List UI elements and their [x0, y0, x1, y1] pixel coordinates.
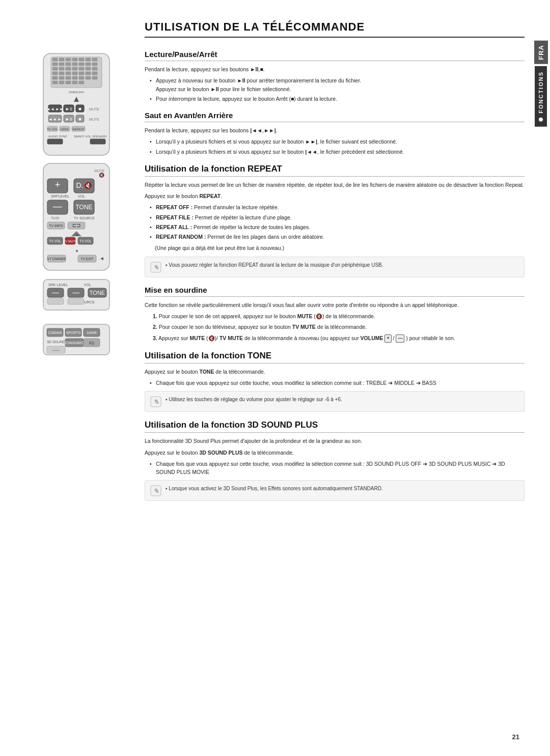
- sourdine-intro: Cette fonction se révèle particulièremen…: [145, 301, 525, 309]
- repeat-note-text: ▪ Vous pouvez régler la fonction REPEAT …: [166, 261, 383, 269]
- svg-text:►II: ►II: [65, 117, 72, 122]
- svg-rect-33: [72, 76, 77, 79]
- left-column: SAMSUNG |◄◄ ►►| ►II ■ MUTE |◄◄ ►| ►II: [20, 20, 132, 736]
- svg-text:►II: ►II: [65, 106, 72, 111]
- svg-text:AUDIO SYNC: AUDIO SYNC: [48, 135, 68, 138]
- svg-text:TV VOL: TV VOL: [47, 128, 58, 131]
- section-repeat-heading: Utilisation de la fonction REPEAT: [145, 164, 525, 177]
- repeat-bullet-2: REPEAT FILE : Permet de répéter la lectu…: [150, 213, 525, 221]
- svg-text:VOL: VOL: [84, 283, 91, 287]
- svg-rect-34: [79, 76, 84, 79]
- svg-text:SRPLEVEL: SRPLEVEL: [51, 194, 69, 198]
- svg-text:⊏⊐: ⊏⊐: [72, 222, 80, 228]
- svg-text:+: +: [55, 180, 61, 190]
- lecture-bullets: Appuyez à nouveau sur le bouton ►II pour…: [145, 76, 525, 103]
- saut-intro: Pendant la lecture, appuyez sur les bout…: [145, 126, 525, 134]
- svg-rect-22: [92, 67, 97, 70]
- svg-rect-112: [47, 298, 64, 304]
- sourdine-step-3: 3. Appuyez sur MUTE (🔇)/ TV MUTE de la t…: [145, 334, 525, 343]
- svg-rect-19: [72, 67, 77, 70]
- svg-rect-113: [68, 298, 84, 304]
- svg-rect-36: [92, 76, 97, 79]
- svg-rect-10: [59, 63, 64, 66]
- 3d-bullet-1: Chaque fois que vous appuyez sur cette t…: [150, 460, 525, 477]
- svg-text:MUTE: MUTE: [94, 169, 104, 173]
- sourdine-step-2: 2. Pour couper le son du téléviseur, app…: [145, 323, 525, 331]
- tone-bullets: Chaque fois que vous appuyez sur cette t…: [145, 379, 525, 387]
- svg-text:TV EXIT: TV EXIT: [81, 257, 94, 261]
- svg-rect-14: [86, 63, 91, 66]
- svg-text:VT DIMMER: VT DIMMER: [47, 257, 66, 261]
- svg-text:SMART VOL SPEAKER: SMART VOL SPEAKER: [74, 135, 107, 138]
- saut-bullet-2: Lorsqu'il y a plusieurs fichiers et si v…: [150, 148, 525, 156]
- tone-bullet-1: Chaque fois que vous appuyez sur cette t…: [150, 379, 525, 387]
- svg-text:—: —: [72, 288, 79, 296]
- fonctions-tab: FONCTIONS: [535, 66, 547, 127]
- svg-text:TV VOL: TV VOL: [49, 239, 61, 243]
- 3d-action: Appuyez sur le bouton 3D SOUND PLUS de l…: [145, 449, 525, 457]
- remote-illustration-3: SRK LEVEL VOL — — TONE TV/O TV SOURCE: [33, 281, 120, 313]
- saut-bullets: Lorsqu'il y a plusieurs fichiers et si v…: [145, 137, 525, 156]
- svg-rect-40: [72, 81, 77, 84]
- svg-text:✎: ✎: [153, 264, 159, 271]
- svg-rect-4: [66, 58, 71, 61]
- svg-text:—: —: [53, 201, 62, 211]
- note-icon-2: ✎: [150, 396, 161, 407]
- page-title: UTILISATION DE LA TÉLÉCOMMANDE: [145, 20, 525, 34]
- repeat-bullet-4: REPEAT RANDOM : Permet de lire les plage…: [150, 233, 525, 241]
- page-container: SAMSUNG |◄◄ ►►| ►II ■ MUTE |◄◄ ►| ►II: [0, 0, 550, 756]
- svg-text:TONE: TONE: [90, 290, 105, 296]
- svg-rect-37: [52, 81, 58, 84]
- svg-rect-20: [79, 67, 84, 70]
- svg-text:■: ■: [78, 106, 81, 111]
- svg-rect-24: [59, 72, 64, 75]
- 3d-bullets: Chaque fois que vous appuyez sur cette t…: [145, 460, 525, 477]
- tone-action: Appuyez sur le bouton TONE de la télécom…: [145, 368, 525, 376]
- section-3d-heading: Utilisation de la fonction 3D SOUND PLUS: [145, 420, 525, 433]
- svg-rect-32: [66, 76, 71, 79]
- svg-rect-26: [72, 72, 77, 75]
- svg-text:|◄◄ ►|: |◄◄ ►|: [47, 117, 63, 122]
- main-content: SAMSUNG |◄◄ ►►| ►II ■ MUTE |◄◄ ►| ►II: [20, 20, 550, 736]
- svg-rect-11: [66, 63, 71, 66]
- 3d-intro: La fonctionnalité 3D Sound Plus permet d…: [145, 437, 525, 445]
- svg-text:—: —: [52, 288, 59, 296]
- section-sourdine-heading: Mise en sourdine: [145, 286, 525, 297]
- svg-rect-27: [79, 72, 84, 75]
- svg-text:D.🔇: D.🔇: [76, 181, 93, 190]
- fonctions-dot: [539, 118, 543, 122]
- svg-rect-16: [52, 67, 58, 70]
- 3d-note-box: ✎ ▪ Lorsque vous activez le 3D Sound Plu…: [145, 480, 525, 501]
- svg-rect-23: [52, 72, 58, 75]
- svg-text:TV VOL: TV VOL: [79, 239, 92, 243]
- svg-rect-3: [59, 58, 64, 61]
- svg-rect-67: [90, 139, 105, 144]
- svg-rect-29: [92, 72, 97, 75]
- repeat-note-box: ✎ ▪ Vous pouvez régler la fonction REPEA…: [145, 257, 525, 277]
- remote-illustration-2: MUTE 🔇 + D.🔇 SRPLEVEL VOL — T: [33, 166, 120, 273]
- repeat-bullet-1: REPEAT OFF : Permet d'annuler la lecture…: [150, 203, 525, 211]
- repeat-action: Appuyez sur le bouton REPEAT.: [145, 192, 525, 200]
- sourdine-step-1: 1. Pour couper le son de cet appareil, a…: [145, 312, 525, 320]
- svg-rect-41: [79, 81, 84, 84]
- section-repeat: Utilisation de la fonction REPEAT Répéte…: [145, 164, 525, 277]
- svg-text:DIR/E: DIR/E: [61, 128, 69, 131]
- svg-rect-35: [86, 76, 91, 79]
- svg-text:EQ: EQ: [89, 341, 95, 345]
- sourdine-steps: 1. Pour couper le son de cet appareil, a…: [145, 312, 525, 343]
- svg-text:VOL: VOL: [78, 194, 85, 198]
- section-lecture-heading: Lecture/Pause/Arrêt: [145, 50, 525, 61]
- svg-text:▼: ▼: [75, 249, 79, 254]
- tone-note-box: ✎ ▪ Utilisez les touches de réglage du v…: [145, 391, 525, 412]
- svg-text:——: ——: [52, 348, 60, 352]
- svg-text:GAME: GAME: [87, 331, 97, 334]
- fra-tab: FRA: [534, 41, 548, 64]
- lecture-bullet-2: Pour interrompre la lecture, appuyez sur…: [150, 95, 525, 103]
- svg-text:CINEMA: CINEMA: [48, 331, 62, 334]
- svg-rect-39: [66, 81, 71, 84]
- repeat-bullets: REPEAT OFF : Permet d'annuler la lecture…: [145, 203, 525, 241]
- section-saut-heading: Saut en Avant/en Arrière: [145, 111, 525, 122]
- svg-text:■: ■: [78, 117, 81, 122]
- svg-text:STANDARD: STANDARD: [65, 341, 84, 345]
- svg-text:✎: ✎: [153, 398, 159, 406]
